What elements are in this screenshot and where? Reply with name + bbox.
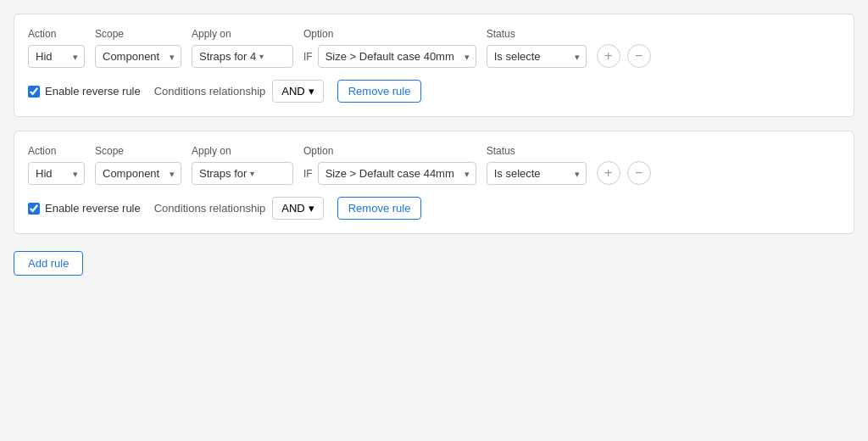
scope-field-group: Scope ComponentOptionVariant: [95, 145, 181, 185]
enable-reverse-rule-label: Enable reverse rule: [45, 202, 141, 215]
status-select-wrapper: Is selecteIs not selected: [487, 45, 587, 68]
if-label: IF: [303, 51, 313, 63]
applyon-chevron-icon: ▾: [250, 169, 254, 178]
enable-reverse-rule-checkbox[interactable]: Enable reverse rule: [28, 202, 141, 215]
circle-buttons-group: + −: [597, 44, 651, 68]
applyon-chevron-icon: ▾: [259, 52, 264, 61]
add-condition-button[interactable]: +: [597, 161, 620, 185]
action-select[interactable]: HidShow: [28, 45, 85, 68]
action-field-group: Action HidShow: [28, 145, 85, 185]
applyon-label: Apply on: [192, 145, 293, 157]
scope-select[interactable]: ComponentOptionVariant: [95, 162, 181, 185]
remove-condition-button[interactable]: −: [627, 161, 651, 185]
option-field-group: Option IF Size > Default case 40mmSize >…: [303, 145, 476, 185]
circle-buttons-group: + −: [597, 161, 651, 185]
enable-reverse-rule-input[interactable]: [28, 203, 40, 215]
rule-footer-2: Enable reverse rule Conditions relations…: [28, 197, 840, 220]
option-field-group: Option IF Size > Default case 40mmSize >…: [303, 28, 476, 68]
applyon-label: Apply on: [192, 28, 293, 40]
rule-card-1: Action HidShow Scope ComponentOptionVari…: [14, 14, 854, 117]
conditions-relationship-value: AND: [281, 202, 304, 215]
enable-reverse-rule-checkbox[interactable]: Enable reverse rule: [28, 85, 141, 98]
scope-select[interactable]: ComponentOptionVariant: [95, 45, 181, 68]
option-select[interactable]: Size > Default case 40mmSize > Default c…: [318, 45, 476, 68]
conditions-group: Conditions relationship AND ▾: [154, 197, 324, 220]
status-label: Status: [487, 28, 587, 40]
status-select[interactable]: Is selecteIs not selected: [487, 45, 587, 68]
applyon-field-group: Apply on Straps for 4 ▾: [192, 28, 293, 68]
status-label: Status: [487, 145, 587, 157]
rule-row-2: Action HidShow Scope ComponentOptionVari…: [28, 145, 840, 185]
remove-rule-button[interactable]: Remove rule: [337, 197, 422, 220]
applyon-dropdown[interactable]: Straps for ▾: [192, 162, 293, 185]
rule-card-2: Action HidShow Scope ComponentOptionVari…: [14, 131, 854, 234]
scope-field-group: Scope ComponentOptionVariant: [95, 28, 181, 68]
option-wrapper: IF Size > Default case 40mmSize > Defaul…: [303, 162, 476, 185]
status-select[interactable]: Is selecteIs not selected: [487, 162, 587, 185]
status-field-group: Status Is selecteIs not selected: [487, 145, 587, 185]
action-select-wrapper: HidShow: [28, 45, 85, 68]
applyon-field-group: Apply on Straps for ▾: [192, 145, 293, 185]
conditions-relationship-dropdown[interactable]: AND ▾: [272, 80, 323, 103]
scope-label: Scope: [95, 145, 181, 157]
applyon-dropdown[interactable]: Straps for 4 ▾: [192, 45, 293, 68]
scope-select-wrapper: ComponentOptionVariant: [95, 45, 181, 68]
if-label: IF: [303, 168, 313, 180]
option-wrapper: IF Size > Default case 40mmSize > Defaul…: [303, 45, 476, 68]
rule-footer-1: Enable reverse rule Conditions relations…: [28, 80, 840, 103]
conditions-relationship-chevron-icon: ▾: [309, 85, 314, 98]
option-select-wrapper: Size > Default case 40mmSize > Default c…: [318, 162, 476, 185]
conditions-relationship-value: AND: [281, 85, 304, 98]
enable-reverse-rule-input[interactable]: [28, 86, 40, 98]
action-select[interactable]: HidShow: [28, 162, 85, 185]
remove-condition-button[interactable]: −: [627, 44, 651, 68]
remove-rule-button[interactable]: Remove rule: [337, 80, 422, 103]
rule-row-1: Action HidShow Scope ComponentOptionVari…: [28, 28, 840, 68]
option-select[interactable]: Size > Default case 40mmSize > Default c…: [318, 162, 476, 185]
conditions-relationship-dropdown[interactable]: AND ▾: [272, 197, 323, 220]
option-label: Option: [303, 28, 476, 40]
conditions-relationship-label: Conditions relationship: [154, 202, 266, 215]
rules-container: Action HidShow Scope ComponentOptionVari…: [14, 14, 854, 234]
scope-select-wrapper: ComponentOptionVariant: [95, 162, 181, 185]
conditions-group: Conditions relationship AND ▾: [154, 80, 324, 103]
applyon-value: Straps for 4: [199, 50, 256, 63]
action-label: Action: [28, 145, 85, 157]
add-rule-button[interactable]: Add rule: [14, 251, 83, 276]
option-select-wrapper: Size > Default case 40mmSize > Default c…: [318, 45, 476, 68]
conditions-relationship-label: Conditions relationship: [154, 85, 266, 98]
enable-reverse-rule-label: Enable reverse rule: [45, 85, 141, 98]
add-condition-button[interactable]: +: [597, 44, 620, 68]
applyon-value: Straps for: [199, 167, 247, 180]
option-label: Option: [303, 145, 476, 157]
status-select-wrapper: Is selecteIs not selected: [487, 162, 587, 185]
action-field-group: Action HidShow: [28, 28, 85, 68]
scope-label: Scope: [95, 28, 181, 40]
action-label: Action: [28, 28, 85, 40]
conditions-relationship-chevron-icon: ▾: [309, 202, 314, 215]
status-field-group: Status Is selecteIs not selected: [487, 28, 587, 68]
action-select-wrapper: HidShow: [28, 162, 85, 185]
